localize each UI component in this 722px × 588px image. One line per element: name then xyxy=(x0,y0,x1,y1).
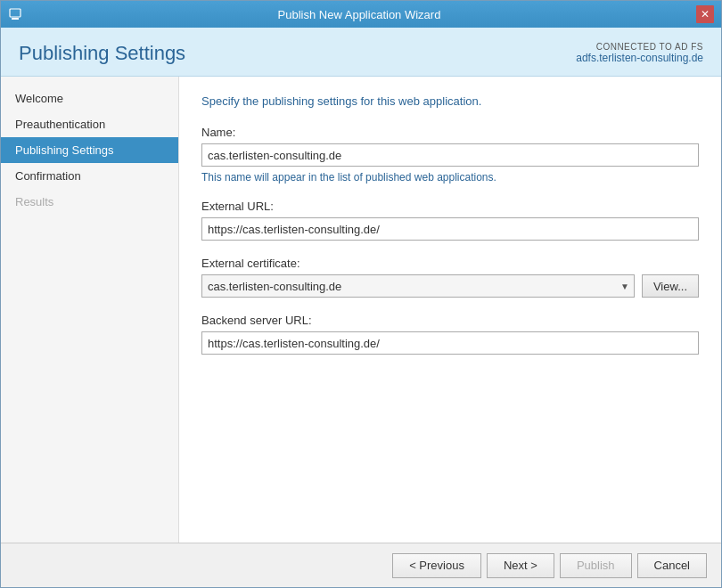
sidebar-item-preauthentication[interactable]: Preauthentication xyxy=(1,111,178,137)
intro-text: Specify the publishing settings for this… xyxy=(201,94,699,108)
sidebar-item-confirmation[interactable]: Confirmation xyxy=(1,163,178,189)
svg-rect-1 xyxy=(12,18,19,20)
publish-button: Publish xyxy=(560,553,632,578)
backend-url-label: Backend server URL: xyxy=(201,314,699,327)
name-note: This name will appear in the list of pub… xyxy=(201,171,699,184)
next-button[interactable]: Next > xyxy=(487,553,554,578)
close-button[interactable]: ✕ xyxy=(696,5,714,23)
external-cert-field-group: External certificate: cas.terlisten-cons… xyxy=(201,257,699,298)
external-cert-label: External certificate: xyxy=(201,257,699,270)
footer-bar: < Previous Next > Publish Cancel xyxy=(1,543,721,587)
backend-url-field-group: Backend server URL: xyxy=(201,314,699,355)
external-cert-row: cas.terlisten-consulting.de ▼ View... xyxy=(201,274,699,298)
external-url-label: External URL: xyxy=(201,200,699,213)
cert-select-wrapper: cas.terlisten-consulting.de ▼ xyxy=(201,274,635,298)
name-field-group: Name: This name will appear in the list … xyxy=(201,126,699,184)
header-bar: Publishing Settings CONNECTED TO AD FS a… xyxy=(1,28,721,77)
view-cert-button[interactable]: View... xyxy=(642,274,699,298)
svg-rect-0 xyxy=(10,9,21,17)
server-name: adfs.terlisten-consulting.de xyxy=(576,52,703,64)
wizard-window: Publish New Application Wizard ✕ Publish… xyxy=(0,0,722,588)
sidebar-item-welcome[interactable]: Welcome xyxy=(1,86,178,111)
sidebar-item-results: Results xyxy=(1,189,178,215)
connection-label: CONNECTED TO AD FS xyxy=(576,42,703,52)
titlebar: Publish New Application Wizard ✕ xyxy=(1,1,721,28)
cancel-button[interactable]: Cancel xyxy=(637,553,707,578)
sidebar-item-publishing-settings[interactable]: Publishing Settings xyxy=(1,137,178,163)
external-cert-select[interactable]: cas.terlisten-consulting.de xyxy=(201,274,635,298)
content-area: Welcome Preauthentication Publishing Set… xyxy=(1,77,721,543)
name-input[interactable] xyxy=(201,143,699,167)
external-url-field-group: External URL: xyxy=(201,200,699,241)
main-content: Specify the publishing settings for this… xyxy=(179,77,721,543)
previous-button[interactable]: < Previous xyxy=(392,553,481,578)
app-icon xyxy=(8,7,22,21)
name-label: Name: xyxy=(201,126,699,139)
page-title: Publishing Settings xyxy=(19,42,185,65)
backend-url-input[interactable] xyxy=(201,331,699,355)
sidebar: Welcome Preauthentication Publishing Set… xyxy=(1,77,179,543)
external-url-input[interactable] xyxy=(201,217,699,241)
connection-info: CONNECTED TO AD FS adfs.terlisten-consul… xyxy=(576,42,703,64)
window-title: Publish New Application Wizard xyxy=(22,8,696,21)
